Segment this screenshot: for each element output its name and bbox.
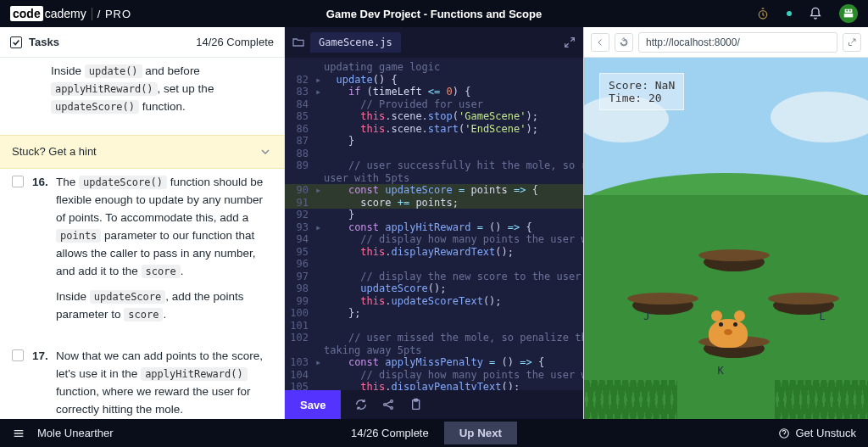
game-preview[interactable]: Score: NaN Time: 20 J L K [584, 58, 868, 419]
svg-point-6 [391, 400, 393, 403]
share-icon[interactable] [381, 398, 395, 411]
svg-rect-2 [846, 10, 848, 12]
url-input[interactable] [638, 32, 837, 53]
mole-hole [632, 296, 693, 315]
refresh-icon[interactable] [354, 398, 368, 411]
task-checkbox[interactable] [12, 349, 24, 361]
key-label: K [717, 365, 723, 377]
logo[interactable]: codecademy / PRO [10, 6, 131, 21]
chevron-down-icon [259, 145, 272, 159]
expand-icon[interactable] [563, 36, 576, 49]
svg-point-7 [391, 407, 393, 410]
logo-pro: / PRO [92, 8, 131, 20]
task-intro: Inside update() and before applyHitRewar… [51, 63, 272, 125]
task-16: 16. The updateScore() function should be… [0, 169, 284, 343]
svg-rect-3 [849, 10, 851, 12]
svg-point-5 [384, 404, 387, 406]
game-hud: Score: NaN Time: 20 [599, 73, 684, 110]
bottom-progress: 14/26 Complete [351, 427, 429, 439]
logo-text: cademy [45, 7, 86, 20]
tasks-header: Tasks 14/26 Complete [0, 27, 284, 58]
svg-rect-4 [844, 14, 854, 17]
key-label: J [643, 310, 649, 322]
back-button[interactable] [591, 33, 609, 52]
code-area[interactable]: updating game logic 82▸ update() { 83▸ i… [285, 58, 583, 390]
tasks-label: Tasks [29, 36, 59, 48]
checkbox-icon [10, 36, 22, 48]
browser-panel: Score: NaN Time: 20 J L K [583, 27, 868, 419]
task-17: 17. Now that we can add points to the sc… [0, 343, 284, 419]
up-next-button[interactable]: Up Next [444, 422, 517, 444]
timer-icon[interactable] [756, 7, 770, 20]
mole-sprite [709, 314, 748, 348]
bottom-bar: Mole Unearther 14/26 Complete Up Next Ge… [0, 419, 868, 447]
hint-toggle[interactable]: Stuck? Get a hint [0, 135, 284, 169]
popout-button[interactable] [843, 33, 861, 52]
logo-box: code [10, 6, 43, 21]
reload-button[interactable] [615, 33, 633, 52]
get-unstuck-button[interactable]: Get Unstuck [778, 427, 856, 439]
task-checkbox[interactable] [12, 176, 24, 187]
key-label: L [820, 310, 826, 322]
file-tab[interactable]: GameScene.js [310, 32, 401, 53]
mole-hole [704, 253, 765, 271]
menu-icon[interactable] [12, 427, 25, 440]
save-button[interactable]: Save [285, 390, 341, 419]
bell-icon[interactable] [809, 7, 822, 20]
code-editor: GameScene.js updating game logic 82▸ upd… [285, 27, 583, 419]
avatar[interactable] [839, 4, 858, 23]
tasks-panel: Tasks 14/26 Complete Inside update() and… [0, 27, 285, 419]
status-dot [787, 11, 792, 16]
clipboard-icon[interactable] [409, 398, 422, 411]
top-bar: codecademy / PRO Game Dev Project - Func… [0, 0, 868, 27]
lesson-name[interactable]: Mole Unearther [37, 427, 114, 439]
svg-rect-1 [845, 9, 853, 13]
folder-icon[interactable] [292, 36, 305, 49]
tasks-progress: 14/26 Complete [196, 36, 274, 48]
